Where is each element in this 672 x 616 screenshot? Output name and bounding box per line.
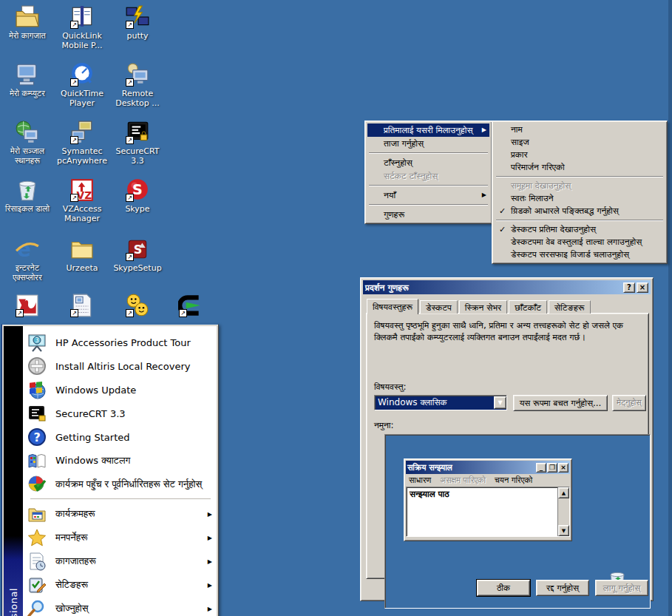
- submenu-item-type[interactable]: प्रकार: [495, 149, 665, 161]
- minimize-icon: _: [536, 463, 546, 473]
- programs-folder-icon: [27, 504, 48, 524]
- favorites-star-icon: [27, 528, 48, 547]
- green-connector-icon: ↗: [178, 293, 203, 318]
- desktop-icon-network-places[interactable]: मेरो सञ्जाल स्थानहरू: [1, 120, 54, 166]
- program-access-icon: [27, 475, 48, 494]
- start-item-hp-tour[interactable]: 3 HP Accessories Product Tour: [23, 331, 217, 354]
- tab-settings[interactable]: सेटिङहरू: [549, 300, 591, 314]
- context-item-new[interactable]: नयाँ▶: [367, 189, 489, 202]
- submenu-item-run-cleanup-wizard[interactable]: डेस्कटप सरसफाइ विजार्ड चलाउनुहोस्: [495, 248, 665, 261]
- desktop-icon-skypesetup[interactable]: S↗ SkypeSetup: [111, 237, 164, 273]
- skype-setup-icon: S↗: [125, 237, 150, 262]
- check-icon: ✓: [499, 223, 506, 236]
- context-item-paste[interactable]: टाँस्नुहोस्: [367, 156, 489, 169]
- start-item-windows-catalog[interactable]: Windows क्याटलग: [23, 449, 217, 473]
- windows-update-icon: [27, 380, 48, 399]
- start-menu-banner-text: essional: [8, 588, 19, 616]
- desktop-icon-pcanywhere[interactable]: ↗ Symantec pcAnywhere: [55, 120, 109, 166]
- submenu-item-align-to-grid[interactable]: ✓ग्रिडको आधारले पङ्क्तिबद्ध गर्नुहोस्: [495, 205, 665, 217]
- start-item-altiris[interactable]: Install Altiris Local Recovery: [23, 354, 217, 378]
- submenu-item-size[interactable]: साइज: [495, 136, 665, 149]
- desktop-icon-label: VZAccess Manager: [55, 204, 109, 223]
- close-button[interactable]: ×: [637, 282, 648, 293]
- start-item-settings[interactable]: सेटिङहरू ▶: [23, 573, 217, 597]
- context-item-properties[interactable]: गुणहरू: [367, 208, 489, 221]
- desktop-icon-vzaccess[interactable]: VZ↗ VZAccess Manager: [55, 177, 109, 223]
- start-item-securecrt[interactable]: SecureCRT 3.3: [23, 402, 217, 425]
- start-item-documents[interactable]: कागजातहरू ▶: [23, 549, 217, 573]
- menu-separator: [369, 204, 488, 206]
- start-item-programs[interactable]: कार्यक्रमहरू ▶: [23, 502, 217, 526]
- context-item-arrange-icons[interactable]: प्रतिमालाई यसरी मिलाउनुहोस्▶: [367, 123, 489, 137]
- desktop-icon-quicklink[interactable]: ↗ QuickLink Mobile P...: [55, 4, 109, 50]
- desktop-icon-skype[interactable]: S↗ Skype: [111, 177, 164, 214]
- submenu-item-show-in-groups: समूहमा देखाउनुहोस्: [495, 180, 665, 192]
- submenu-item-auto-arrange[interactable]: स्वतः मिलाउने: [495, 192, 665, 205]
- desktop-icon-securecrt[interactable]: ↗ SecureCRT 3.3: [111, 120, 164, 166]
- desktop-icon-label: मेरो कम्प्युटर: [1, 89, 54, 98]
- preview-menubar: साधारण असक्षम पारिएको चयन गरिएको: [406, 474, 570, 487]
- submenu-item-name[interactable]: नाम: [495, 123, 665, 136]
- shortcut-arrow-icon: ↗: [16, 309, 24, 317]
- start-item-search[interactable]: खोज्नुहोस् ▶: [23, 597, 217, 616]
- vzaccess-icon: VZ↗: [69, 177, 95, 203]
- start-menu-separator: [30, 498, 211, 500]
- context-item-refresh[interactable]: ताजा गर्नुहोस्: [367, 137, 489, 150]
- desktop-icon-acrobat[interactable]: ↗: [1, 293, 54, 319]
- preview-menu-selected: चयन गरिएको: [495, 475, 532, 485]
- desktop-icon-recycle-bin[interactable]: रिसाइकल डालो: [1, 177, 54, 214]
- desktop-icon-my-computer[interactable]: मेरो कम्प्युटर: [1, 62, 54, 98]
- submenu-arrow-icon: ▶: [208, 535, 212, 541]
- start-item-windows-update[interactable]: Windows Update: [23, 378, 217, 402]
- tab-screensaver[interactable]: स्क्रिन सेभर: [459, 300, 507, 314]
- desktop-icon-label: QuickTime Player: [55, 89, 109, 108]
- start-item-favorites[interactable]: मनपर्नेहरू ▶: [23, 526, 217, 549]
- submenu-item-show-desktop-icons[interactable]: ✓डेस्कटप प्रतिमा देखाउनुहोस्: [495, 223, 665, 236]
- ok-button[interactable]: ठीक: [477, 580, 530, 596]
- theme-dropdown[interactable]: Windows क्लासिक ▼: [374, 395, 507, 410]
- desktop-icon-putty[interactable]: ↗ putty: [111, 4, 164, 41]
- help-button[interactable]: ?: [623, 282, 635, 293]
- shortcut-arrow-icon: ↗: [126, 136, 134, 144]
- desktop-icon-label: रिसाइकल डालो: [1, 204, 54, 214]
- my-computer-icon: [15, 62, 40, 87]
- tab-appearance[interactable]: छाँटकाँट: [509, 300, 547, 314]
- desktop-icon-messenger[interactable]: ↗: [111, 293, 164, 319]
- dropdown-arrow-icon[interactable]: ▼: [494, 396, 506, 409]
- acrobat-icon: ↗: [15, 293, 40, 318]
- tab-themes[interactable]: विषयवस्तुहरू: [367, 299, 418, 314]
- svg-text:S: S: [132, 181, 143, 198]
- dialog-titlebar[interactable]: प्रदर्शन गुणहरू ? ×: [363, 280, 651, 294]
- start-item-program-access[interactable]: कार्यक्रम पहुँच र पूर्वनिर्धारितहरू सेट …: [23, 473, 217, 496]
- pcanywhere-icon: ↗: [69, 120, 95, 145]
- presentation-icon: 3: [27, 333, 48, 352]
- securecrt-icon: ↗: [125, 120, 150, 145]
- desktop-icon-label: SecureCRT 3.3: [111, 146, 164, 166]
- tab-desktop[interactable]: डेस्कटप: [420, 300, 458, 314]
- submenu-arrow-icon: ▶: [482, 189, 486, 202]
- documents-icon: [27, 552, 48, 571]
- cancel-button[interactable]: रद्द गर्नुहोस्: [536, 580, 589, 596]
- desktop-icon-green-connector[interactable]: ↗: [164, 293, 217, 319]
- desktop-icon-remote-desktop[interactable]: ↗ Remote Desktop ...: [111, 62, 164, 108]
- desktop-icon-quicktime[interactable]: ↗ QuickTime Player: [55, 62, 109, 108]
- start-item-getting-started[interactable]: ? Getting Started: [23, 425, 217, 449]
- submenu-item-modified[interactable]: परिमार्जन गरिएको: [495, 161, 665, 174]
- desktop-icon-my-documents[interactable]: मेरो कागजात: [1, 4, 54, 41]
- shortcut-arrow-icon: ↗: [70, 78, 78, 87]
- submenu-item-lock-web-items[interactable]: डेस्कटपमा वेब वस्तुलाई ताल्चा लगाउनुहोस्: [495, 236, 665, 248]
- svg-text:3: 3: [35, 337, 39, 344]
- desktop-icon-label: Symantec pcAnywhere: [55, 146, 109, 166]
- check-icon: ✓: [499, 205, 506, 217]
- desktop-icon-diagram-doc[interactable]: ↗: [55, 293, 109, 319]
- desktop-icon-urzeeta[interactable]: Urzeeta: [55, 237, 109, 273]
- recycle-bin-icon: [15, 177, 40, 203]
- tab-page: विषयवस्तु पृष्ठभूमि हुनुका साथै ध्वनि, प…: [366, 313, 649, 579]
- close-icon: ×: [558, 463, 569, 473]
- desktop-icon-internet-explorer[interactable]: e इन्टरनेट एक्सप्लोरर: [1, 237, 54, 282]
- sample-label: नमुना:: [374, 420, 394, 430]
- save-as-button[interactable]: यस रूपमा बचत गर्नुहोस्...: [513, 395, 608, 411]
- shortcut-arrow-icon: ↗: [126, 253, 134, 261]
- internet-explorer-icon: e: [15, 237, 40, 262]
- theme-description: विषयवस्तु पृष्ठभूमि हुनुका साथै ध्वनि, प…: [374, 319, 642, 343]
